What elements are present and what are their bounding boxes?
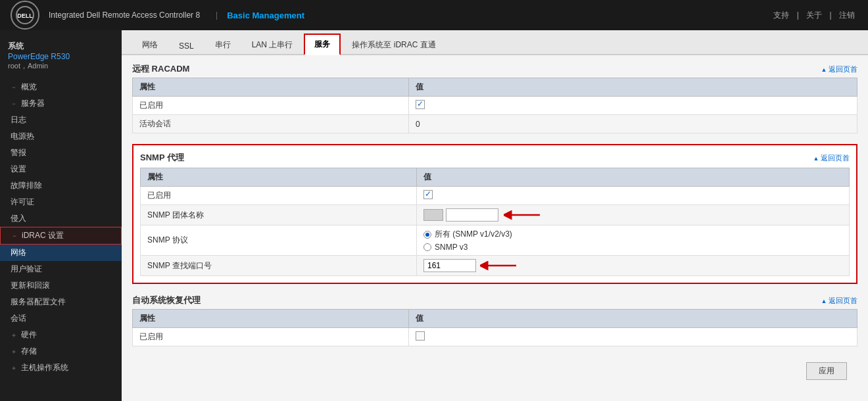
- col-header-prop: 属性: [133, 78, 409, 97]
- app-title: Integrated Dell Remote Access Controller…: [49, 10, 200, 21]
- radio-all-label: 所有 (SNMP v1/v2/v3): [435, 229, 512, 240]
- sidebar-item-network[interactable]: 网络: [0, 245, 122, 261]
- tab-os2idrac[interactable]: 操作系统至 iDRAC 直通: [342, 35, 445, 55]
- sidebar-item-license[interactable]: 许可证: [0, 194, 122, 210]
- tab-ssl[interactable]: SSL: [169, 37, 204, 55]
- snmp-protocol-radio: 所有 (SNMP v1/v2/v3) SNMP v3: [423, 229, 842, 252]
- dell-logo: DELL: [11, 1, 39, 30]
- auto-recovery-table: 属性 值 已启用: [132, 309, 857, 346]
- section-auto-recovery-header: 自动系统恢复代理 返回页首: [132, 295, 857, 306]
- sidebar-item-update[interactable]: 更新和回滚: [0, 277, 122, 294]
- checkbox-enabled[interactable]: [416, 100, 425, 109]
- back-to-top-3[interactable]: 返回页首: [821, 296, 857, 306]
- sidebar-item-trouble[interactable]: 故障排除: [0, 177, 122, 194]
- col-header-prop: 属性: [133, 310, 409, 328]
- sidebar-label: 网络: [11, 247, 26, 258]
- tab-lan[interactable]: LAN 上串行: [242, 35, 303, 55]
- sidebar-label: 服务器配置文件: [11, 296, 66, 308]
- prop-snmp-enabled: 已启用: [141, 187, 417, 205]
- sidebar-label: 警报: [11, 147, 26, 158]
- main-content: 网络 SSL 串行 LAN 上串行 服务 操作系统至 iDRAC 直通 远程 R…: [122, 30, 868, 401]
- snmp-table: 属性 值 已启用 SNMP 团体名称: [140, 168, 850, 276]
- sidebar-item-settings[interactable]: 设置: [0, 161, 122, 177]
- sidebar-item-alert[interactable]: 警报: [0, 145, 122, 161]
- sidebar-label: 许可证: [11, 197, 34, 208]
- sidebar-item-hostos[interactable]: ＋ 主机操作系统: [0, 360, 122, 376]
- sidebar-label: 主机操作系统: [21, 362, 68, 373]
- tab-network[interactable]: 网络: [132, 35, 168, 55]
- sidebar-item-srvconfig[interactable]: 服务器配置文件: [0, 294, 122, 310]
- sidebar-label: 用户验证: [11, 264, 42, 275]
- sidebar-label: 故障排除: [11, 180, 42, 191]
- table-row: SNMP 协议 所有 (SNMP v1/v2/v3) SN: [141, 225, 850, 256]
- toggle-icon: －: [11, 83, 17, 92]
- toggle-icon: －: [11, 231, 18, 241]
- sidebar-item-power[interactable]: 电源热: [0, 128, 122, 145]
- section-remote-racadm-header: 远程 RACADM 返回页首: [132, 63, 857, 75]
- community-field: [423, 208, 842, 222]
- val-active-sessions: 0: [409, 115, 857, 133]
- val-snmp-protocol: 所有 (SNMP v1/v2/v3) SNMP v3: [417, 225, 850, 256]
- val-enabled: [409, 97, 857, 115]
- about-link[interactable]: 关于: [806, 11, 822, 20]
- back-to-top-1[interactable]: 返回页首: [821, 64, 857, 74]
- arrow-icon: [504, 208, 543, 222]
- prop-community: SNMP 团体名称: [141, 205, 417, 225]
- system-info: 系统 PowerEdge R530 root，Admin: [0, 35, 122, 74]
- tab-service[interactable]: 服务: [304, 34, 341, 55]
- apply-row: 应用: [132, 357, 857, 385]
- sidebar-label: 更新和回滚: [11, 280, 50, 291]
- sidebar-item-storage[interactable]: ＋ 存储: [0, 343, 122, 360]
- sidebar-item-session[interactable]: 会话: [0, 310, 122, 327]
- val-snmp-port: [417, 256, 850, 276]
- sidebar-item-server[interactable]: － 服务器: [0, 95, 122, 112]
- arrow-icon: [480, 259, 519, 272]
- nav-label: Basic Management: [227, 11, 304, 20]
- radio-v3-label: SNMP v3: [435, 243, 468, 252]
- table-row: 已启用: [133, 97, 857, 115]
- svg-text:DELL: DELL: [17, 12, 33, 19]
- table-row: SNMP 团体名称: [141, 205, 850, 225]
- content-area: 远程 RACADM 返回页首 属性 值 已启用: [122, 55, 868, 401]
- radio-v3-dot: [423, 243, 431, 251]
- radio-all-dot: [423, 231, 431, 239]
- logged-user: root，Admin: [8, 61, 114, 71]
- sidebar-item-auth[interactable]: 用户验证: [0, 261, 122, 277]
- snmp-port-input[interactable]: [423, 259, 476, 272]
- toggle-icon: ＋: [11, 347, 17, 356]
- table-row: 活动会话 0: [133, 115, 857, 133]
- apply-button[interactable]: 应用: [806, 362, 847, 380]
- section-auto-recovery: 自动系统恢复代理 返回页首 属性 值 已启用: [132, 295, 857, 346]
- sidebar-label: 设置: [11, 164, 26, 175]
- remote-racadm-table: 属性 值 已启用 活动会话 0: [132, 78, 857, 133]
- sidebar-item-hardware[interactable]: ＋ 硬件: [0, 327, 122, 343]
- radio-all[interactable]: 所有 (SNMP v1/v2/v3): [423, 229, 842, 240]
- sidebar-label: 概览: [21, 82, 37, 93]
- sidebar-item-logs[interactable]: 日志: [0, 112, 122, 128]
- tab-serial[interactable]: 串行: [205, 35, 241, 55]
- sidebar-item-login[interactable]: 侵入: [0, 210, 122, 227]
- sidebar-label: 电源热: [11, 131, 34, 142]
- prop-ar-enabled: 已启用: [133, 328, 409, 346]
- back-to-top-2[interactable]: 返回页首: [813, 153, 850, 163]
- val-community: [417, 205, 850, 225]
- prop-active-sessions: 活动会话: [133, 115, 409, 133]
- sidebar-label: 侵入: [11, 213, 26, 224]
- toggle-icon: ＋: [11, 331, 17, 340]
- val-ar-enabled: [409, 328, 857, 346]
- table-row: 已启用: [133, 328, 857, 346]
- support-link[interactable]: 支持: [773, 11, 789, 20]
- radio-v3[interactable]: SNMP v3: [423, 243, 842, 252]
- checkbox-snmp-enabled[interactable]: [423, 190, 433, 199]
- sidebar-item-idrac[interactable]: － iDRAC 设置: [0, 227, 122, 245]
- checkbox-ar-enabled[interactable]: [416, 331, 425, 341]
- prop-enabled: 已启用: [133, 97, 409, 115]
- community-input[interactable]: [446, 208, 498, 222]
- section-remote-racadm: 远程 RACADM 返回页首 属性 值 已启用: [132, 63, 857, 133]
- sidebar-label: 会话: [11, 313, 26, 324]
- logout-link[interactable]: 注销: [839, 11, 855, 20]
- sidebar-label: 日志: [11, 114, 26, 126]
- community-preview: [423, 209, 443, 221]
- main-layout: 系统 PowerEdge R530 root，Admin － 概览 － 服务器 …: [0, 30, 868, 401]
- sidebar-item-overview[interactable]: － 概览: [0, 79, 122, 95]
